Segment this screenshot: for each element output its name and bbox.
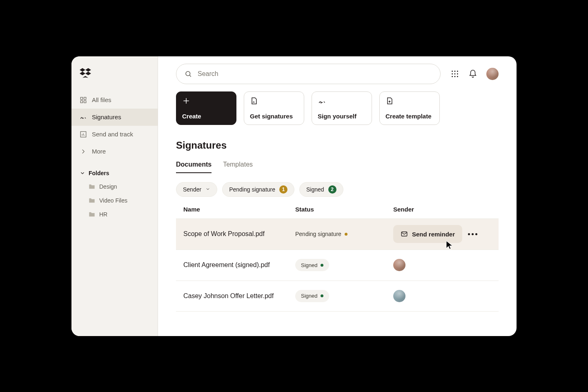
signature-icon [80, 114, 87, 121]
status-label: Signed [301, 262, 317, 268]
action-create[interactable]: Create [176, 91, 236, 125]
action-label: Get signatures [250, 113, 298, 120]
folder-label: Video Files [99, 197, 127, 204]
svg-rect-1 [84, 97, 86, 99]
table-row[interactable]: Client Agreement (signed).pdf Signed [176, 249, 499, 281]
search-icon [185, 70, 192, 78]
status-dot-icon [321, 264, 323, 267]
status-dot-icon [345, 233, 347, 236]
apps-icon[interactable] [450, 69, 459, 78]
filter-chips: Sender Pending signature 1 Signed 2 [176, 182, 499, 197]
folder-design[interactable]: Design [71, 180, 158, 194]
nav-label: More [92, 148, 106, 155]
topbar-icons [450, 68, 499, 80]
user-avatar[interactable] [486, 68, 499, 80]
sender-avatar [393, 259, 405, 271]
grid-icon [80, 96, 87, 104]
filter-pending[interactable]: Pending signature 1 [222, 182, 294, 197]
folder-icon [89, 198, 95, 203]
filter-signed[interactable]: Signed 2 [299, 182, 343, 197]
mail-icon [401, 230, 408, 238]
status-label: Signed [301, 293, 317, 299]
svg-point-11 [457, 73, 458, 74]
nav-label: Signatures [92, 114, 121, 120]
table-row[interactable]: Casey Johnson Offer Letter.pdf Signed [176, 281, 499, 312]
status-signed: Signed [295, 290, 329, 302]
status-label: Pending signature [295, 231, 341, 237]
action-sign-yourself[interactable]: Sign yourself [312, 91, 372, 125]
folder-label: Design [99, 183, 117, 190]
svg-rect-0 [80, 97, 82, 99]
chevron-down-icon [205, 186, 210, 193]
sidebar: All files Signatures Send and track More… [71, 56, 158, 336]
page-title: Signatures [176, 140, 499, 151]
dropbox-logo[interactable] [71, 68, 158, 91]
action-create-template[interactable]: Create template [379, 91, 440, 125]
main-content: Create Get signatures Sign yourself Crea… [158, 56, 517, 336]
folders-label: Folders [89, 170, 109, 176]
tab-templates[interactable]: Templates [223, 161, 253, 173]
app-window: All files Signatures Send and track More… [71, 56, 517, 336]
search-input[interactable] [198, 70, 432, 78]
chip-label: Signed [306, 186, 324, 193]
topbar [176, 64, 499, 84]
svg-point-9 [452, 73, 453, 74]
table-row[interactable]: Scope of Work Proposal.pdf Pending signa… [176, 218, 499, 249]
svg-point-6 [452, 71, 453, 72]
nav-all-files[interactable]: All files [71, 91, 158, 109]
pen-icon [318, 97, 326, 105]
search-box[interactable] [176, 64, 441, 84]
status-signed: Signed [295, 259, 329, 271]
file-name: Casey Johnson Offer Letter.pdf [183, 292, 295, 300]
tabs: Documents Templates [176, 161, 499, 173]
filter-sender[interactable]: Sender [176, 182, 217, 197]
col-sender: Sender [393, 206, 491, 213]
button-label: Send reminder [412, 231, 455, 238]
action-get-signatures[interactable]: Get signatures [244, 91, 304, 125]
status-dot-icon [321, 294, 323, 297]
action-label: Create template [385, 113, 434, 120]
action-label: Sign yourself [318, 113, 366, 120]
folder-video[interactable]: Video Files [71, 194, 158, 207]
chart-icon [80, 131, 87, 138]
status-pending: Pending signature [295, 231, 347, 237]
col-name: Name [183, 206, 295, 213]
file-name: Scope of Work Proposal.pdf [183, 230, 295, 238]
folder-icon [89, 184, 95, 189]
chip-label: Pending signature [229, 186, 275, 193]
svg-rect-3 [84, 100, 86, 102]
count-badge: 2 [328, 185, 336, 194]
col-status: Status [295, 206, 393, 213]
svg-point-7 [454, 71, 456, 72]
folders-header[interactable]: Folders [71, 160, 158, 180]
sender-avatar [393, 290, 405, 302]
tab-documents[interactable]: Documents [176, 161, 212, 173]
actions-row: Create Get signatures Sign yourself Crea… [176, 91, 499, 125]
count-badge: 1 [279, 185, 287, 194]
svg-point-10 [454, 73, 456, 74]
chevron-right-icon [80, 148, 87, 155]
nav-label: Send and track [92, 131, 133, 138]
chevron-down-icon [80, 170, 85, 176]
folder-label: HR [99, 211, 107, 218]
action-label: Create [182, 113, 230, 120]
svg-point-14 [457, 76, 458, 77]
row-more-button[interactable] [468, 233, 477, 235]
nav-label: All files [92, 96, 111, 103]
table-header: Name Status Sender [176, 206, 499, 218]
bell-icon[interactable] [468, 69, 477, 78]
folder-icon [89, 212, 95, 217]
folder-hr[interactable]: HR [71, 207, 158, 221]
doc-sign-icon [250, 97, 258, 105]
svg-point-12 [452, 76, 453, 77]
svg-rect-2 [80, 100, 82, 102]
nav-more[interactable]: More [71, 143, 158, 160]
doc-plus-icon [385, 97, 394, 105]
nav-send-track[interactable]: Send and track [71, 126, 158, 143]
svg-point-5 [186, 71, 190, 76]
nav-signatures[interactable]: Signatures [71, 109, 158, 126]
send-reminder-button[interactable]: Send reminder [393, 225, 462, 243]
svg-point-13 [454, 76, 456, 77]
svg-point-8 [457, 71, 458, 72]
plus-icon [182, 97, 190, 105]
